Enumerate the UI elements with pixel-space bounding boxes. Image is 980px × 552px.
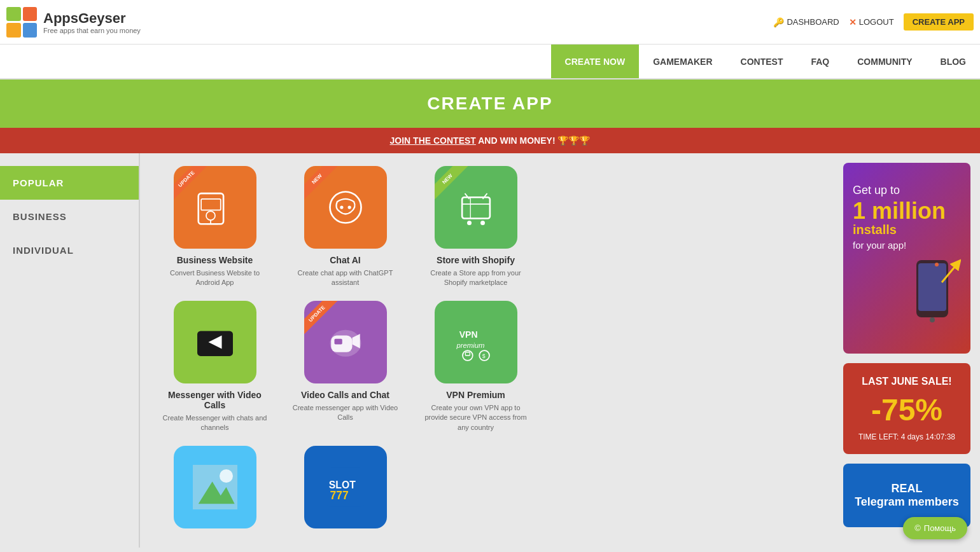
ad-installs-line1: Get up to [853, 184, 900, 197]
app-name-messenger: Messenger with Video Calls [159, 390, 270, 410]
nav-gamemaker[interactable]: GAMEMAKER [639, 45, 726, 78]
sidebar-item-popular[interactable]: POPULAR [0, 166, 139, 200]
sale-time: TIME LEFT: 4 days 14:07:38 [853, 432, 961, 441]
logo-sq-green [6, 7, 21, 22]
ad-installs-line4: for your app! [853, 240, 906, 251]
nav-create-now[interactable]: CREATE NOW [551, 45, 640, 78]
page-title: CREATE APP [427, 93, 552, 113]
app-icon-wrapper-1: UPDATE [174, 166, 256, 249]
page-header: CREATE APP [0, 79, 980, 128]
app-icon-wrapper-3: NEW [435, 166, 517, 249]
messenger-icon [174, 301, 256, 383]
ad-sale[interactable]: LAST JUNE SALE! -75% TIME LEFT: 4 days 1… [843, 363, 970, 454]
contest-text: AND WIN MONEY! 🏆🏆🏆 [476, 135, 591, 146]
dashboard-label: DASHBOARD [787, 17, 839, 27]
logo-sq-yellow [6, 23, 21, 38]
app-icon-wrapper-6: VPN premium $ [435, 301, 517, 383]
app-desc-vpn: Create your own VPN app to provide secur… [420, 403, 531, 432]
help-button[interactable]: © Помощь [903, 517, 967, 539]
telegram-text: REAL Telegram members [855, 482, 959, 509]
sale-percent: -75% [853, 392, 961, 427]
svg-point-35 [930, 317, 935, 322]
dashboard-link[interactable]: 🔑 DASHBOARD [773, 17, 839, 27]
main-container: POPULAR BUSINESS INDIVIDUAL [0, 153, 980, 548]
app-grid: UPDATE Business Website Convert Business… [140, 153, 834, 548]
sale-title: LAST JUNE SALE! [853, 376, 961, 387]
app-card-slot[interactable]: SLOT 777 [290, 446, 401, 535]
ad-installs-line3: installs [853, 223, 897, 237]
vpn-icon: VPN premium $ [435, 301, 517, 383]
svg-text:$: $ [482, 352, 485, 359]
app-icon-wrapper-4 [174, 301, 256, 383]
logo-sq-blue [23, 23, 38, 38]
app-row-3: SLOT 777 [159, 446, 815, 535]
app-row-2: Messenger with Video Calls Create Messen… [159, 301, 815, 433]
app-desc-video-calls: Create messenger app with Video Calls [290, 403, 401, 423]
svg-point-6 [340, 205, 343, 209]
app-card-messenger[interactable]: Messenger with Video Calls Create Messen… [159, 301, 270, 433]
help-icon: © [914, 523, 921, 533]
nav-contest[interactable]: CONTEST [727, 45, 797, 78]
svg-point-12 [480, 221, 485, 225]
svg-point-29 [220, 469, 233, 483]
nav-faq[interactable]: FAQ [797, 45, 843, 78]
logo-name: AppsGeyser [43, 10, 141, 27]
shopify-icon [435, 166, 517, 249]
x-icon: ✕ [849, 17, 857, 27]
app-desc-chat-ai: Create chat app with ChatGPT assistant [290, 268, 401, 288]
svg-text:VPN: VPN [459, 329, 477, 340]
app-card-vpn[interactable]: VPN premium $ VPN Premium Create your ow… [420, 301, 531, 433]
svg-text:777: 777 [330, 489, 348, 502]
app-icon-wrapper-2: NEW [304, 166, 387, 249]
svg-point-2 [206, 211, 215, 220]
app-icon-wrapper-8: SLOT 777 [304, 446, 387, 528]
logout-label: LOGOUT [859, 17, 894, 27]
logo-sq-red [23, 7, 38, 22]
app-desc-messenger: Create Messenger with chats and channels [159, 413, 270, 433]
nav-bar: CREATE NOW GAMEMAKER CONTEST FAQ COMMUNI… [0, 45, 980, 79]
video-calls-icon [304, 301, 387, 383]
app-name-business-website: Business Website [177, 255, 253, 265]
svg-rect-20 [334, 339, 342, 345]
svg-rect-8 [462, 197, 490, 218]
key-icon: 🔑 [773, 17, 784, 27]
sidebar-item-individual[interactable]: INDIVIDUAL [0, 233, 139, 267]
logout-link[interactable]: ✕ LOGOUT [849, 17, 894, 27]
svg-text:premium: premium [456, 342, 484, 349]
app-card-landscape[interactable] [159, 446, 270, 535]
app-icon-wrapper-7 [174, 446, 256, 528]
contest-bar: JOIN THE CONTEST AND WIN MONEY! 🏆🏆🏆 [0, 128, 980, 153]
sidebar-item-business[interactable]: BUSINESS [0, 200, 139, 233]
top-right-links: 🔑 DASHBOARD ✕ LOGOUT [773, 17, 893, 27]
ad-installs-line2: 1 million [853, 200, 946, 223]
nav-blog[interactable]: BLOG [927, 45, 980, 78]
landscape-icon [174, 446, 256, 528]
svg-rect-0 [198, 193, 223, 224]
contest-link[interactable]: JOIN THE CONTEST [390, 135, 476, 146]
sidebar: POPULAR BUSINESS INDIVIDUAL [0, 153, 140, 548]
logo-icon [6, 7, 37, 38]
help-label: Помощь [924, 523, 956, 533]
app-card-business-website[interactable]: UPDATE Business Website Convert Business… [159, 166, 270, 288]
svg-point-11 [467, 221, 472, 225]
ad-installs[interactable]: Get up to 1 million installs for your ap… [843, 163, 970, 354]
business-website-icon [174, 166, 256, 249]
app-name-vpn: VPN Premium [446, 390, 505, 400]
svg-point-7 [347, 205, 351, 209]
svg-rect-24 [465, 352, 470, 355]
top-right: 🔑 DASHBOARD ✕ LOGOUT CREATE APP [773, 13, 974, 31]
logo-tagline: Free apps that earn you money [43, 27, 141, 34]
svg-point-5 [330, 192, 361, 223]
right-sidebar: Get up to 1 million installs for your ap… [834, 153, 980, 548]
top-bar: AppsGeyser Free apps that earn you money… [0, 0, 980, 45]
slot-icon: SLOT 777 [304, 446, 387, 528]
chat-ai-icon [304, 166, 387, 249]
svg-rect-1 [201, 199, 221, 210]
app-card-chat-ai[interactable]: NEW Chat AI Create chat app with ChatGPT… [290, 166, 401, 288]
create-app-top-button[interactable]: CREATE APP [904, 13, 974, 31]
app-desc-shopify: Create a Store app from your Shopify mar… [420, 268, 531, 288]
svg-point-36 [935, 263, 939, 266]
app-card-shopify[interactable]: NEW Store with Shopify Create a Store ap… [420, 166, 531, 288]
app-card-video-calls[interactable]: UPDATE Video Calls and Chat Create messe… [290, 301, 401, 433]
nav-community[interactable]: COMMUNITY [843, 45, 926, 78]
